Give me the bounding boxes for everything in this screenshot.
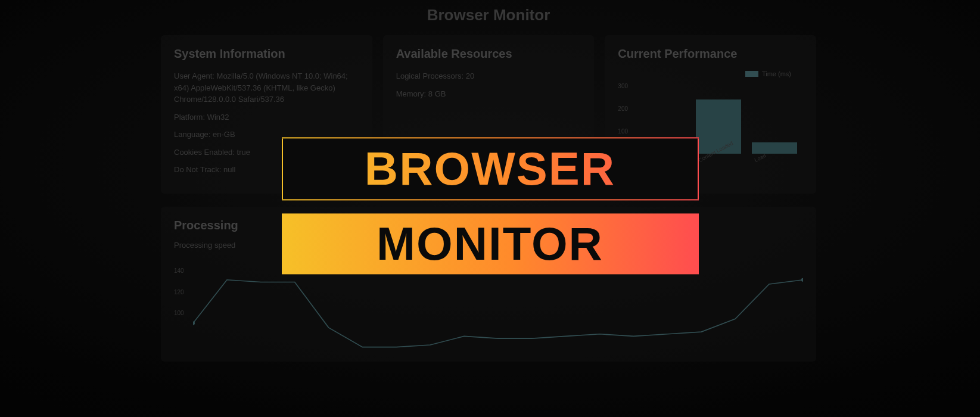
title-box-bottom: MONITOR	[282, 213, 699, 274]
title-overlay: BROWSER MONITOR	[282, 137, 699, 274]
memory-value: 8 GB	[428, 89, 446, 98]
dnt-value: null	[223, 165, 235, 174]
platform-label: Platform:	[174, 113, 205, 122]
ytick: 120	[174, 288, 184, 295]
processing-line-svg	[193, 260, 803, 358]
cookies-value: true	[237, 148, 250, 157]
legend-label: Time (ms)	[762, 70, 791, 77]
platform-row: Platform: Win32	[174, 111, 359, 123]
resources-heading: Available Resources	[396, 47, 581, 61]
title-box-top: BROWSER	[282, 137, 699, 200]
platform-value: Win32	[207, 113, 229, 122]
processing-yaxis: 100120140	[174, 260, 192, 356]
title-text-bottom: MONITOR	[300, 220, 681, 267]
processors-value: 20	[466, 71, 474, 80]
ytick: 200	[618, 105, 628, 111]
ytick: 300	[618, 82, 628, 89]
performance-heading: Current Performance	[618, 47, 803, 61]
language-value: en-GB	[213, 130, 235, 139]
user-agent-label: User Agent:	[174, 71, 214, 80]
title-text-top: BROWSER	[301, 145, 680, 192]
cookies-label: Cookies Enabled:	[174, 148, 235, 157]
ytick: 100	[618, 127, 628, 134]
page-title: Browser Monitor	[161, 6, 816, 24]
processing-chart: 100120140	[174, 260, 803, 356]
ytick: 100	[174, 310, 184, 316]
user-agent-row: User Agent: Mozilla/5.0 (Windows NT 10.0…	[174, 70, 359, 105]
processors-label: Logical Processors:	[396, 71, 463, 80]
ytick: 140	[174, 267, 184, 274]
legend-swatch-icon	[745, 71, 758, 77]
dnt-label: Do Not Track:	[174, 165, 221, 174]
performance-legend: Time (ms)	[745, 70, 791, 77]
data-point	[801, 278, 803, 281]
language-label: Language:	[174, 130, 210, 139]
memory-row: Memory: 8 GB	[396, 88, 581, 100]
memory-label: Memory:	[396, 89, 427, 98]
system-info-heading: System Information	[174, 47, 359, 61]
processors-row: Logical Processors: 20	[396, 70, 581, 82]
processing-line	[193, 279, 803, 347]
